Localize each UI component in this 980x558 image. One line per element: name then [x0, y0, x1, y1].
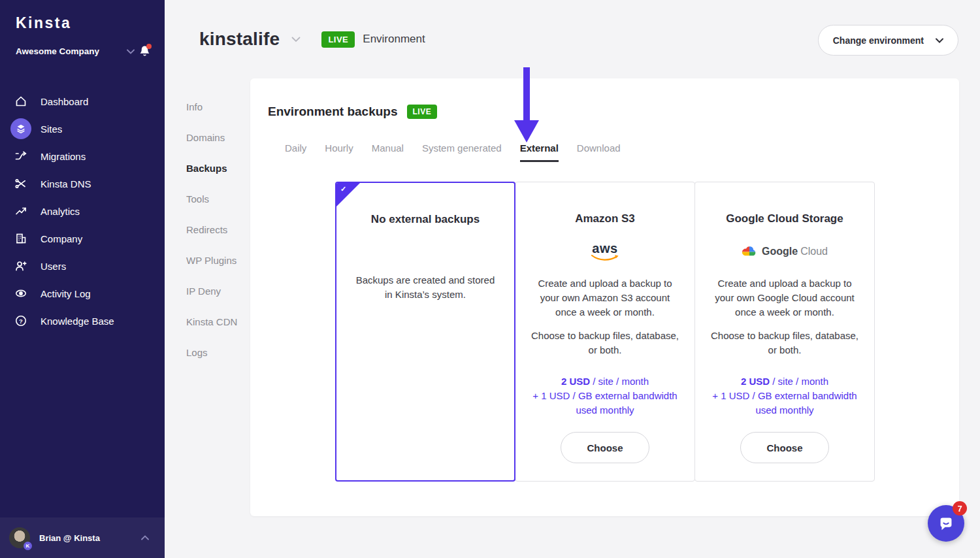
migration-arrow-icon	[10, 146, 31, 167]
sidebar-item-dashboard[interactable]: Dashboard	[0, 88, 165, 115]
card-description: Create and upload a backup to your own A…	[530, 276, 680, 320]
option-card-no-external-backups[interactable]: ✓ No external backups Backups are create…	[335, 182, 515, 482]
sidebar-item-label: Activity Log	[41, 288, 91, 299]
subnav-item-domains[interactable]: Domains	[186, 132, 237, 143]
subnav-item-tools[interactable]: Tools	[186, 193, 237, 205]
aws-logo: aws	[530, 240, 680, 263]
add-user-icon	[10, 255, 31, 276]
tab-manual[interactable]: Manual	[372, 142, 404, 162]
change-environment-label: Change environment	[833, 35, 924, 46]
price-text: 2 USD / site / month+ 1 USD / GB externa…	[710, 374, 860, 418]
subnav-item-ip-deny[interactable]: IP Deny	[186, 286, 237, 297]
sidebar-item-label: Dashboard	[41, 96, 88, 107]
site-name: kinstalife	[199, 29, 280, 50]
sidebar-item-sites[interactable]: Sites	[0, 115, 165, 142]
tab-external[interactable]: External	[520, 142, 559, 162]
backups-panel: Environment backups LIVE Daily Hourly Ma…	[250, 78, 959, 516]
question-circle-icon: ?	[10, 310, 31, 331]
tab-daily[interactable]: Daily	[285, 142, 306, 162]
chevron-down-icon[interactable]	[291, 37, 301, 42]
tab-system-generated[interactable]: System generated	[422, 142, 502, 162]
notifications-bell-icon[interactable]	[139, 45, 150, 57]
google-cloud-icon	[742, 246, 757, 258]
tab-hourly[interactable]: Hourly	[325, 142, 353, 162]
choose-button[interactable]: Choose	[561, 432, 649, 463]
option-card-google-cloud-storage[interactable]: Google Cloud Storage Google	[694, 182, 875, 482]
chevron-down-icon	[936, 38, 943, 43]
sidebar-item-users[interactable]: Users	[0, 252, 165, 280]
sidebar-item-label: Analytics	[41, 206, 80, 217]
sidebar-item-kinsta-dns[interactable]: Kinsta DNS	[0, 170, 165, 197]
google-logo-text: Google	[762, 246, 798, 257]
company-switcher[interactable]: Awesome Company	[16, 45, 150, 57]
subnav-item-info[interactable]: Info	[186, 101, 237, 112]
subnav-item-redirects[interactable]: Redirects	[186, 224, 237, 235]
user-name: Brian @ Kinsta	[39, 533, 100, 543]
building-icon	[10, 228, 31, 249]
layers-icon	[10, 118, 31, 139]
live-badge: LIVE	[321, 31, 355, 48]
subnav-item-wp-plugins[interactable]: WP Plugins	[186, 255, 237, 266]
dns-icon	[10, 173, 31, 194]
sidebar-item-label: Kinsta DNS	[41, 178, 91, 189]
sidebar-item-migrations[interactable]: Migrations	[0, 142, 165, 170]
sidebar-item-label: Sites	[41, 123, 62, 135]
site-subnav: Info Domains Backups Tools Redirects WP …	[186, 101, 237, 378]
backups-tabs: Daily Hourly Manual System generated Ext…	[285, 142, 959, 162]
environment-label: Environment	[363, 33, 425, 46]
chat-icon	[936, 514, 956, 533]
app-sidebar: Kinsta Awesome Company Dashboard Sites	[0, 0, 165, 558]
sidebar-item-label: Knowledge Base	[41, 316, 114, 327]
chat-launcher-button[interactable]: 7	[928, 505, 964, 542]
option-card-amazon-s3[interactable]: Amazon S3 aws Create and upload a backup…	[515, 182, 695, 482]
aws-logo-text: aws	[592, 242, 617, 254]
sidebar-item-company[interactable]: Company	[0, 225, 165, 252]
svg-text:?: ?	[19, 318, 23, 325]
card-description: Backups are created and stored in Kinsta…	[351, 273, 500, 302]
sidebar-item-activity-log[interactable]: Activity Log	[0, 280, 165, 307]
aws-smile-icon	[590, 254, 620, 261]
page-title: Environment backups	[268, 105, 398, 119]
google-cloud-logo: Google Cloud	[710, 240, 860, 263]
cloud-logo-text: Cloud	[800, 246, 828, 257]
sidebar-item-label: Migrations	[41, 151, 86, 162]
company-name: Awesome Company	[16, 46, 99, 56]
card-description: Choose to backup files, database, or bot…	[710, 329, 860, 357]
change-environment-button[interactable]: Change environment	[818, 25, 958, 56]
notification-dot	[146, 44, 152, 49]
sidebar-item-knowledge-base[interactable]: ? Knowledge Base	[0, 307, 165, 335]
subnav-item-logs[interactable]: Logs	[186, 347, 237, 358]
card-description: Create and upload a backup to your own G…	[710, 276, 860, 320]
sidebar-item-analytics[interactable]: Analytics	[0, 197, 165, 225]
subnav-item-kinsta-cdn[interactable]: Kinsta CDN	[186, 316, 237, 327]
sidebar-item-label: Company	[41, 233, 82, 244]
kinsta-logo: Kinsta	[16, 14, 165, 32]
price-text: 2 USD / site / month+ 1 USD / GB externa…	[530, 374, 680, 418]
card-description: Choose to backup files, database, or bot…	[530, 329, 680, 357]
environment-header: kinstalife LIVE Environment Change envir…	[165, 0, 980, 65]
card-title: Amazon S3	[530, 212, 680, 225]
eye-icon	[10, 283, 31, 304]
trending-up-icon	[10, 201, 31, 222]
subnav-item-backups[interactable]: Backups	[186, 163, 237, 174]
user-menu[interactable]: K Brian @ Kinsta	[0, 517, 165, 558]
home-icon	[10, 91, 31, 112]
sidebar-item-label: Users	[41, 261, 66, 272]
check-icon: ✓	[340, 185, 346, 193]
external-backup-options: ✓ No external backups Backups are create…	[335, 182, 876, 482]
card-title: Google Cloud Storage	[710, 212, 860, 225]
main-area: kinstalife LIVE Environment Change envir…	[165, 0, 980, 558]
chevron-down-icon	[127, 49, 135, 54]
live-badge: LIVE	[407, 105, 438, 119]
choose-button[interactable]: Choose	[740, 432, 829, 463]
avatar-kinsta-badge: K	[24, 542, 32, 550]
tab-download[interactable]: Download	[577, 142, 621, 162]
unread-count-badge: 7	[953, 501, 967, 516]
card-title: No external backups	[351, 213, 500, 226]
sidebar-nav: Dashboard Sites Migrations Kinsta DNS An…	[0, 88, 165, 335]
avatar: K	[9, 527, 30, 548]
chevron-up-icon	[141, 535, 149, 540]
